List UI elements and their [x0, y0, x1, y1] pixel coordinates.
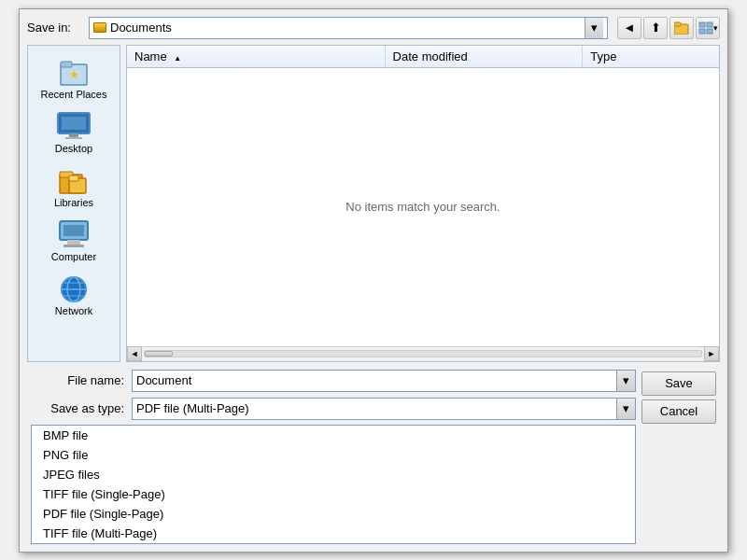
sort-arrow: ▲ — [174, 54, 181, 63]
scroll-left-btn[interactable]: ◄ — [127, 346, 142, 361]
dropdown-item-png[interactable]: PNG file — [32, 445, 635, 465]
save-in-dropdown-btn[interactable]: ▾ — [585, 18, 603, 38]
svg-rect-4 — [699, 29, 705, 34]
new-folder-button[interactable] — [669, 17, 694, 39]
save-in-value: Documents — [110, 21, 585, 35]
folder-icon — [93, 22, 106, 33]
views-button[interactable]: ▾ — [696, 17, 720, 39]
svg-rect-2 — [699, 22, 705, 27]
sidebar-item-computer[interactable]: Computer — [32, 216, 116, 266]
sidebar-item-recent-places[interactable]: ★ Recent Places — [32, 53, 116, 104]
save-button[interactable]: Save — [641, 371, 716, 396]
dropdown-item-jpeg[interactable]: JPEG files — [32, 465, 635, 484]
dropdown-item-bmp[interactable]: BMP file — [32, 426, 635, 445]
save-as-type-dropdown-btn[interactable]: ▾ — [616, 399, 635, 419]
bottom-left: File name: ▾ Save as type: ▾ BMP — [31, 370, 636, 544]
dropdown-item-pdf-single[interactable]: PDF file (Single-Page) — [32, 504, 635, 524]
sidebar-item-desktop[interactable]: Desktop — [32, 107, 116, 158]
save-as-type-label: Save as type: — [31, 401, 124, 415]
desktop-icon — [55, 111, 92, 141]
network-icon — [55, 273, 92, 303]
svg-rect-12 — [65, 137, 82, 139]
up-button[interactable]: ⬆ — [643, 17, 668, 39]
horizontal-scrollbar[interactable]: ◄ ► — [127, 346, 719, 361]
file-name-row: File name: ▾ — [31, 370, 636, 392]
sidebar-item-label-desktop: Desktop — [55, 143, 92, 154]
svg-rect-3 — [707, 22, 712, 27]
scroll-thumb[interactable] — [145, 351, 173, 357]
sidebar-item-libraries[interactable]: Libraries — [32, 161, 116, 212]
file-list-area: Name ▲ Date modified Type No items match… — [126, 45, 720, 362]
libraries-icon — [55, 165, 92, 195]
svg-rect-5 — [707, 29, 712, 34]
col-type[interactable]: Type — [583, 46, 719, 67]
dropdown-item-tiff-single[interactable]: TIFF file (Single-Page) — [32, 484, 635, 504]
file-list-body: No items match your search. — [127, 68, 719, 346]
bottom-right: Save Cancel — [641, 370, 716, 544]
back-button[interactable]: ◄ — [617, 17, 641, 39]
file-name-dropdown-btn[interactable]: ▾ — [616, 371, 635, 391]
bottom-area: File name: ▾ Save as type: ▾ BMP — [27, 370, 720, 544]
file-name-input-wrap[interactable]: ▾ — [132, 370, 636, 392]
sidebar-item-network[interactable]: Network — [32, 270, 116, 320]
sidebar-item-label-computer: Computer — [51, 251, 96, 262]
svg-rect-16 — [69, 175, 78, 181]
save-as-type-row: Save as type: ▾ — [31, 398, 636, 420]
svg-rect-20 — [63, 245, 84, 247]
col-name[interactable]: Name ▲ — [127, 46, 386, 67]
file-name-input[interactable] — [133, 373, 616, 387]
dropdown-item-tiff-multi[interactable]: TIFF file (Multi-Page) — [32, 524, 635, 543]
save-dialog: Save in: Documents ▾ ◄ ⬆ — [19, 8, 728, 553]
sidebar: ★ Recent Places Desktop — [27, 45, 120, 362]
svg-rect-10 — [62, 117, 86, 130]
svg-rect-11 — [69, 133, 78, 137]
col-date[interactable]: Date modified — [386, 46, 584, 67]
bottom-section: File name: ▾ Save as type: ▾ BMP — [31, 370, 716, 544]
sidebar-item-label-recent-places: Recent Places — [41, 89, 107, 100]
sidebar-item-label-libraries: Libraries — [54, 197, 93, 208]
save-in-row: Save in: Documents ▾ ◄ ⬆ — [27, 17, 720, 39]
svg-rect-19 — [67, 240, 80, 245]
no-items-message: No items match your search. — [345, 200, 500, 214]
scroll-track[interactable] — [144, 350, 702, 357]
main-area: ★ Recent Places Desktop — [27, 45, 720, 362]
file-name-label: File name: — [31, 373, 124, 387]
svg-text:★: ★ — [69, 68, 79, 81]
svg-rect-1 — [674, 22, 681, 26]
save-as-type-input-wrap[interactable]: ▾ — [132, 398, 636, 420]
svg-rect-7 — [61, 62, 72, 67]
scroll-right-btn[interactable]: ► — [704, 346, 719, 361]
save-in-label: Save in: — [27, 21, 83, 35]
toolbar-icons: ◄ ⬆ ▾ — [617, 17, 720, 39]
file-type-dropdown: BMP file PNG file JPEG files TIFF file (… — [31, 425, 636, 544]
save-as-type-input[interactable] — [133, 401, 616, 415]
recent-places-icon: ★ — [55, 57, 92, 87]
computer-icon — [55, 219, 92, 249]
sidebar-item-label-network: Network — [55, 305, 92, 316]
save-in-combo[interactable]: Documents ▾ — [89, 17, 608, 39]
file-list-header: Name ▲ Date modified Type — [127, 46, 719, 68]
svg-rect-18 — [63, 225, 84, 236]
cancel-button[interactable]: Cancel — [641, 399, 716, 424]
